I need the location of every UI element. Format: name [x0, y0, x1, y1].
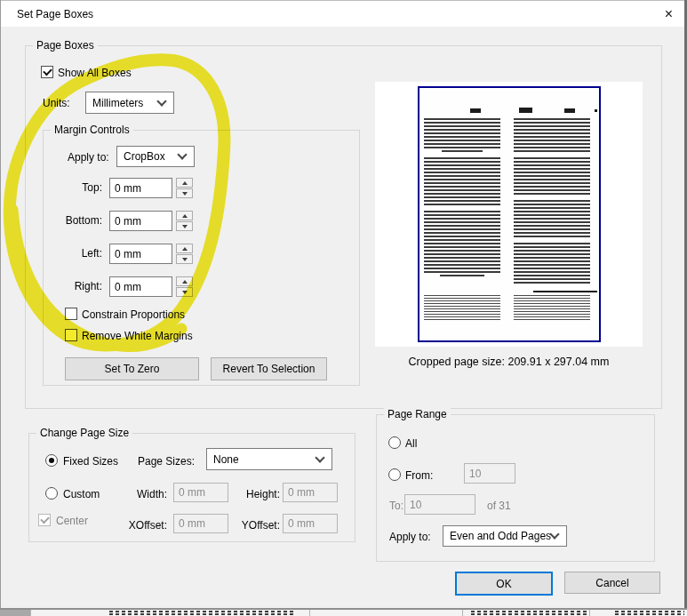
- from-label: From:: [405, 469, 433, 482]
- right-spinner-up[interactable]: [176, 276, 193, 286]
- spinner-down-icon: [182, 258, 188, 261]
- left-spinner-up[interactable]: [176, 244, 193, 253]
- all-pages-label: All: [405, 437, 417, 450]
- spinner-up-icon: [182, 280, 188, 284]
- preview-text-block: [424, 118, 500, 148]
- from-radio[interactable]: [388, 468, 401, 481]
- yoffset-label: YOffset:: [227, 519, 280, 532]
- height-input: 0 mm: [283, 483, 338, 502]
- background-page-edge: [589, 610, 590, 616]
- to-value: 10: [410, 499, 421, 511]
- preview-text-block: [424, 211, 500, 273]
- xoffset-label: XOffset:: [114, 519, 167, 532]
- page-boxes-group-label: Page Boxes: [33, 39, 98, 52]
- left-input[interactable]: 0 mm: [109, 244, 172, 264]
- center-checkbox: [38, 514, 51, 526]
- top-spinner-up[interactable]: [176, 178, 193, 188]
- apply-to-label: Apply to:: [68, 151, 109, 164]
- preview-text-block: [514, 200, 590, 239]
- spinner-down-icon: [182, 225, 188, 228]
- bottom-input[interactable]: 0 mm: [109, 211, 172, 231]
- from-input: 10: [464, 463, 515, 484]
- apply-to-value: CropBox: [124, 150, 165, 163]
- preview-header-mark: [470, 108, 481, 113]
- close-button[interactable]: ×: [653, 1, 684, 27]
- all-pages-radio[interactable]: [388, 436, 401, 449]
- show-all-boxes-checkbox[interactable]: [41, 66, 53, 78]
- top-input[interactable]: 0 mm: [109, 178, 172, 198]
- background-page-edge: [309, 610, 310, 616]
- units-label: Units:: [43, 97, 70, 109]
- spinner-down-icon: [182, 291, 188, 294]
- left-spinner: [176, 244, 193, 264]
- bottom-spinner-down[interactable]: [176, 221, 193, 231]
- width-input: 0 mm: [173, 483, 228, 502]
- range-apply-to-dropdown[interactable]: Even and Odd Pages: [443, 525, 567, 547]
- revert-to-selection-button[interactable]: Revert To Selection: [211, 357, 327, 380]
- range-apply-to-label: Apply to:: [389, 531, 431, 543]
- custom-label: Custom: [63, 488, 100, 500]
- remove-white-margins-label: Remove White Margins: [82, 330, 193, 342]
- preview-footnote-block: [514, 295, 590, 322]
- preview-text-block: [442, 150, 483, 153]
- from-value: 10: [469, 468, 481, 480]
- right-value: 0 mm: [115, 281, 141, 293]
- of-total-label: of 31: [487, 500, 511, 512]
- right-input[interactable]: 0 mm: [109, 276, 172, 297]
- width-value: 0 mm: [179, 486, 205, 499]
- chevron-down-icon: [156, 96, 166, 106]
- right-spinner-down[interactable]: [176, 287, 193, 297]
- apply-to-dropdown[interactable]: CropBox: [116, 146, 195, 167]
- height-value: 0 mm: [288, 486, 315, 499]
- right-label: Right:: [27, 280, 102, 292]
- margin-controls-group-label: Margin Controls: [51, 124, 133, 136]
- range-apply-to-value: Even and Odd Pages: [450, 530, 551, 542]
- custom-radio[interactable]: [45, 487, 58, 500]
- preview-text-block: [440, 275, 484, 277]
- background-text-smudge: [109, 611, 296, 612]
- cancel-button[interactable]: Cancel: [564, 572, 660, 594]
- constrain-proportions-checkbox[interactable]: [65, 308, 77, 320]
- units-dropdown[interactable]: Millimeters: [85, 92, 174, 114]
- background-page-edge: [30, 610, 31, 616]
- remove-white-margins-checkbox[interactable]: [65, 329, 77, 341]
- fixed-sizes-radio[interactable]: [45, 454, 58, 467]
- preview-text-block: [514, 118, 590, 154]
- left-spinner-down[interactable]: [176, 254, 193, 264]
- change-page-size-group-label: Change Page Size: [36, 427, 132, 439]
- background-text-smudge: [109, 613, 296, 615]
- ok-button[interactable]: OK: [455, 572, 553, 596]
- spinner-up-icon: [182, 214, 188, 218]
- top-spinner: [176, 178, 193, 198]
- left-value: 0 mm: [115, 248, 141, 260]
- set-to-zero-button[interactable]: Set To Zero: [65, 357, 199, 380]
- units-value: Millimeters: [92, 97, 143, 109]
- top-spinner-down[interactable]: [176, 188, 193, 198]
- window-border: [0, 0, 687, 1]
- yoffset-value: 0 mm: [288, 517, 315, 530]
- page-sizes-value: None: [213, 453, 239, 466]
- width-label: Width:: [114, 488, 167, 500]
- page-sizes-dropdown[interactable]: None: [206, 448, 332, 470]
- center-label: Center: [56, 515, 88, 527]
- preview-separator-line: [533, 291, 597, 292]
- preview-text-block: [514, 157, 590, 196]
- background-text-smudge: [471, 613, 587, 615]
- background-document-strip: [0, 610, 687, 616]
- spinner-up-icon: [182, 181, 188, 185]
- preview-footnote-block: [424, 295, 500, 322]
- fixed-sizes-label: Fixed Sizes: [63, 455, 118, 468]
- constrain-proportions-label: Constrain Proportions: [82, 308, 185, 321]
- background-page-edge: [462, 610, 463, 616]
- page-range-group-label: Page Range: [384, 408, 451, 420]
- to-label: To:: [389, 500, 403, 512]
- bottom-spinner-up[interactable]: [176, 211, 193, 220]
- xoffset-value: 0 mm: [179, 517, 205, 530]
- dialog-title: Set Page Boxes: [17, 8, 93, 20]
- background-canvas: [0, 610, 30, 616]
- cropped-page-size-caption: Cropped page size: 209.91 x 297.04 mm: [375, 356, 643, 368]
- show-all-boxes-label: Show All Boxes: [58, 67, 132, 79]
- chevron-down-icon: [315, 452, 324, 462]
- xoffset-input: 0 mm: [173, 514, 228, 533]
- top-label: Top:: [27, 181, 102, 194]
